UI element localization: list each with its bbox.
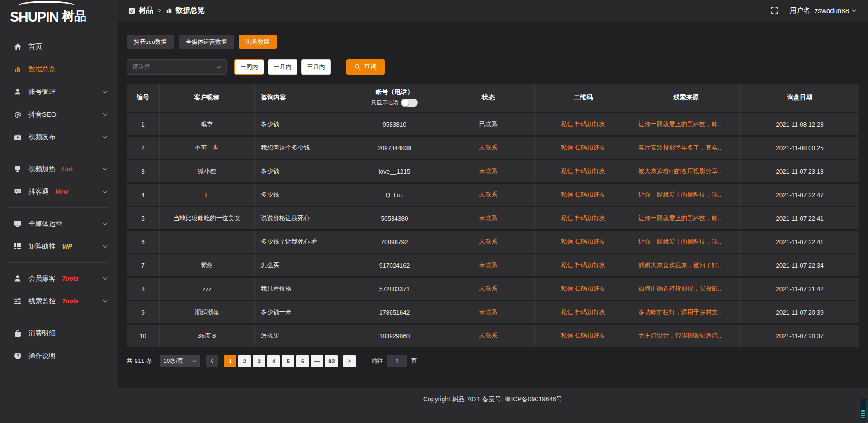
sidebar-divider	[8, 153, 109, 153]
cell-qrcode-link[interactable]: 私信 扫码加好友	[535, 207, 632, 229]
cell-source-link[interactable]: 让你一眼就爱上的黑科技，能...	[632, 207, 741, 229]
cell-status: 未联系	[442, 207, 535, 229]
chevron-down-icon	[192, 360, 197, 362]
sidebar-divider	[8, 207, 109, 208]
chevron-down-icon	[103, 277, 108, 280]
prev-page-button[interactable]	[206, 355, 218, 367]
main-area: 树品 > 数据总览 用户名: zswodun88 抖音seo数据全媒体运营数据询…	[118, 0, 868, 423]
cell-source-link[interactable]: 让你一眼就爱上的黑科技，能...	[632, 113, 741, 135]
logo-brand-text: SHUPIN	[10, 9, 58, 25]
page-button-6[interactable]: 6	[296, 355, 309, 367]
cell-source-link[interactable]: 感谢大家喜欢我家，被问了好...	[632, 254, 741, 276]
cell-qrcode-link[interactable]: 私信 扫码加好友	[535, 325, 632, 347]
sidebar-item-label: 抖音SEO	[28, 110, 57, 119]
header-id: 编号	[127, 84, 160, 112]
next-page-button[interactable]	[343, 355, 356, 367]
cell-status: 未联系	[442, 160, 535, 182]
cell-source-link[interactable]: 让你一眼就爱上的黑科技，能...	[632, 231, 741, 253]
page-button-3[interactable]: 3	[253, 355, 265, 367]
page-button-2[interactable]: 2	[238, 355, 251, 367]
sidebar-item-线索监控[interactable]: 线索监控Tools	[0, 290, 118, 312]
sidebar-item-抖客通[interactable]: 抖客通New	[0, 180, 118, 203]
cell-nickname	[160, 231, 255, 253]
page-buttons: 123456•••92	[222, 355, 338, 367]
cell-source-link[interactable]: 被大家追着问的客厅投影分享...	[632, 160, 741, 182]
sidebar-item-视频发布[interactable]: 视频发布	[0, 126, 118, 148]
period-button-一周内[interactable]: 一周内	[234, 59, 264, 75]
cell-qrcode-link[interactable]: 私信 扫码加好友	[535, 184, 632, 206]
user-menu[interactable]: 用户名: zswodun88	[790, 6, 856, 15]
page-button-4[interactable]: 4	[267, 355, 280, 367]
page-ellipsis-button[interactable]: •••	[311, 355, 323, 367]
goto-page-input[interactable]	[387, 355, 407, 367]
cell-qrcode-link[interactable]: 私信 扫码加好友	[535, 231, 632, 253]
cell-nickname: 潮起潮落	[160, 301, 255, 323]
total-count: 共 911 条	[127, 357, 152, 365]
tab-抖音seo数据[interactable]: 抖音seo数据	[127, 35, 174, 49]
cell-id: 3	[127, 160, 160, 182]
page-size-value: 10条/页	[163, 357, 183, 365]
phone-only-toggle[interactable]	[401, 99, 418, 107]
header-content: 咨询内容	[255, 84, 347, 112]
cell-qrcode-link[interactable]: 私信 扫码加好友	[535, 113, 632, 135]
cell-qrcode-link[interactable]: 私信 扫码加好友	[535, 278, 632, 300]
chevron-down-icon	[103, 190, 108, 193]
cell-account: 183929060	[347, 325, 442, 347]
query-button[interactable]: 查询	[346, 59, 385, 75]
sidebar-item-badge: Tools	[62, 275, 79, 282]
sidebar-item-label: 视频加热	[28, 165, 56, 174]
page-button-92[interactable]: 92	[325, 355, 338, 367]
sidebar-item-抖音SEO[interactable]: 抖音SEO	[0, 103, 118, 126]
cell-account: 572803371	[347, 278, 442, 300]
header-date: 询盘日期	[741, 84, 859, 112]
sidebar-item-消费明细[interactable]: 消费明细	[0, 322, 118, 344]
tab-询盘数据[interactable]: 询盘数据	[239, 35, 277, 49]
sidebar-item-会员爆客[interactable]: 会员爆客Tools	[0, 267, 118, 290]
header-account: 帐号（电话） 只显示电话	[347, 84, 442, 112]
chat-icon	[14, 188, 22, 196]
cell-id: 9	[127, 301, 160, 323]
chevron-down-icon	[852, 9, 856, 12]
page-button-1[interactable]: 1	[224, 355, 236, 367]
select-placeholder: 请选择	[132, 63, 150, 71]
sidebar-item-label: 首页	[28, 42, 42, 51]
breadcrumb-root[interactable]: 树品	[139, 6, 153, 15]
table-row: 6多少钱？让我死心 看70898792未联系私信 扫码加好友让你一眼就爱上的黑科…	[127, 231, 859, 253]
cell-source-link[interactable]: 客厅安装投影半年多了，真实...	[632, 137, 741, 159]
fullscreen-icon[interactable]	[771, 7, 778, 14]
period-button-一月内[interactable]: 一月内	[268, 59, 297, 75]
tab-全媒体运营数据[interactable]: 全媒体运营数据	[179, 35, 234, 49]
cell-source-link[interactable]: 让你一眼就爱上的黑科技，能...	[632, 184, 741, 206]
cell-status: 未联系	[442, 325, 535, 347]
sidebar-item-label: 全媒体运营	[28, 220, 62, 228]
sidebar-item-全媒体运营[interactable]: 全媒体运营	[0, 212, 118, 235]
sidebar-item-账号管理[interactable]: 账号管理	[0, 80, 118, 103]
sidebar-item-矩阵助推[interactable]: 矩阵助推VIP	[0, 235, 118, 258]
cell-source-link[interactable]: 无主灯设计，智能磁吸轨道灯...	[632, 325, 741, 347]
cell-qrcode-link[interactable]: 私信 扫码加好友	[535, 137, 632, 159]
sidebar-item-数据总览[interactable]: 数据总览	[0, 58, 118, 80]
expense-icon	[14, 329, 22, 337]
cell-qrcode-link[interactable]: 私信 扫码加好友	[535, 160, 632, 182]
sidebar-item-label: 消费明细	[28, 329, 56, 338]
sidebar-item-首页[interactable]: 首页	[0, 35, 118, 58]
account-select[interactable]: 请选择	[127, 59, 227, 75]
sidebar-divider	[8, 262, 109, 263]
header-source: 线索来源	[632, 84, 741, 112]
sidebar-item-操作说明[interactable]: ?操作说明	[0, 344, 118, 367]
cell-content: 我想问这个多少钱	[255, 137, 347, 159]
page-size-select[interactable]: 10条/页	[160, 355, 200, 367]
period-button-三月内[interactable]: 三月内	[301, 59, 331, 75]
header-qrcode: 二维码	[535, 84, 632, 112]
cell-content: 多少钱	[255, 113, 347, 135]
cell-content: 怎么买	[255, 325, 347, 347]
grid-icon	[14, 242, 22, 250]
cell-qrcode-link[interactable]: 私信 扫码加好友	[535, 254, 632, 276]
cell-status: 未联系	[442, 278, 535, 300]
cell-qrcode-link[interactable]: 私信 扫码加好友	[535, 301, 632, 323]
sidebar-item-视频加热[interactable]: 视频加热Hot	[0, 158, 118, 180]
sidebar-divider	[8, 317, 109, 317]
cell-source-link[interactable]: 如何正确选择投影仪，买投影...	[632, 278, 741, 300]
page-button-5[interactable]: 5	[282, 355, 294, 367]
cell-source-link[interactable]: 多功能护栏灯，适用于乡村文...	[632, 301, 741, 323]
